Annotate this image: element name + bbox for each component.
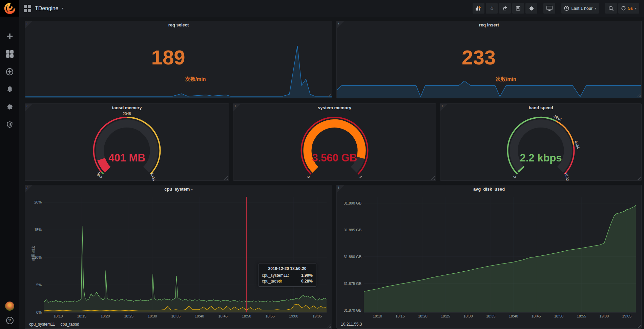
panel-system-memory: i system memory 3.560 GB 04 xyxy=(233,103,436,181)
panel-title[interactable]: cpu_system▾ xyxy=(25,187,332,192)
help-icon[interactable]: ? xyxy=(6,317,14,324)
svg-text:18:10: 18:10 xyxy=(54,314,63,318)
stat-unit: 次数/min xyxy=(496,76,516,82)
panel-title[interactable]: req insert xyxy=(337,22,641,27)
create-plus-icon[interactable] xyxy=(6,32,14,40)
svg-text:18:25: 18:25 xyxy=(124,314,133,318)
gauge: 2.2 kbps 0491665548192 xyxy=(440,113,641,180)
svg-text:18:30: 18:30 xyxy=(463,314,473,318)
graph-tooltip: 2019-12-20 18:50:20 cpu_system11: 1.90% … xyxy=(258,264,316,287)
series-color-dash xyxy=(278,280,282,282)
resize-handle[interactable] xyxy=(328,324,331,328)
svg-text:19:05: 19:05 xyxy=(312,314,322,318)
svg-text:18:40: 18:40 xyxy=(509,314,518,318)
dashboard-settings-button[interactable] xyxy=(525,3,537,14)
svg-text:15%: 15% xyxy=(34,228,42,232)
stat-number: 189 xyxy=(151,47,185,68)
alerting-bell-icon[interactable] xyxy=(6,85,14,93)
panel-title[interactable]: avg_disk_used xyxy=(337,187,641,192)
star-icon: ☆ xyxy=(490,5,494,12)
svg-text:18:15: 18:15 xyxy=(395,314,405,318)
refresh-caret-icon: ▾ xyxy=(635,6,637,10)
refresh-icon xyxy=(621,6,626,11)
legend-label: 10.211.55.3 xyxy=(341,322,362,327)
resize-handle[interactable] xyxy=(637,324,641,328)
time-range-picker[interactable]: Last 1 hour ▾ xyxy=(561,3,599,14)
legend-label: cpu_taosd xyxy=(60,322,79,327)
legend-item[interactable]: 10.211.55.3 xyxy=(341,322,362,327)
svg-text:18:55: 18:55 xyxy=(577,314,586,318)
gauge: 3.560 GB 04 xyxy=(233,113,436,180)
svg-text:18:45: 18:45 xyxy=(532,314,541,318)
refresh-interval-label: 5s xyxy=(628,6,633,11)
refresh-picker[interactable]: 5s ▾ xyxy=(618,3,639,14)
save-dashboard-button[interactable] xyxy=(512,3,524,14)
graph-legend: 10.211.55.3 xyxy=(341,322,362,327)
panel-cpu-system: i cpu_system▾ 使用占比 18:1018:1518:2018:251… xyxy=(25,185,332,329)
svg-text:19:05: 19:05 xyxy=(622,314,631,318)
add-panel-button[interactable] xyxy=(473,3,484,14)
star-dashboard-button[interactable]: ☆ xyxy=(486,3,498,14)
resize-handle[interactable] xyxy=(224,176,228,180)
svg-text:31.885 GB: 31.885 GB xyxy=(344,228,361,232)
legend-item[interactable]: cpu_system11 xyxy=(29,322,55,327)
legend-item[interactable]: cpu_taosd xyxy=(60,322,79,327)
resize-handle[interactable] xyxy=(328,94,331,97)
svg-text:19:00: 19:00 xyxy=(600,314,609,318)
panel-title[interactable]: req select xyxy=(25,22,332,27)
panel-avg-disk-used: i avg_disk_used 18:1018:1518:2018:2518:3… xyxy=(336,185,642,329)
dashboard-caret-icon[interactable]: ▾ xyxy=(62,6,63,10)
explore-compass-icon[interactable] xyxy=(6,67,14,76)
gauge-value: 2.2 kbps xyxy=(440,152,641,164)
svg-text:18:40: 18:40 xyxy=(195,314,204,318)
zoom-out-icon xyxy=(608,6,614,11)
singlestat-value: 233 次数/min xyxy=(337,31,641,84)
panel-title[interactable]: band speed xyxy=(440,105,641,110)
add-panel-icon xyxy=(475,6,482,11)
resize-handle[interactable] xyxy=(431,176,435,180)
panel-req-insert: i req insert 233 次数/min xyxy=(336,21,642,98)
graph-legend: cpu_system11cpu_taosd xyxy=(29,322,79,327)
panel-title[interactable]: taosd memery xyxy=(25,105,229,110)
legend-label: cpu_system11 xyxy=(29,322,55,327)
dashboard-grid-icon[interactable] xyxy=(23,4,32,13)
time-series-chart[interactable]: 18:1018:1518:2018:2518:3018:3518:4018:45… xyxy=(28,194,330,320)
y-axis-label: 使用占比 xyxy=(31,246,36,261)
svg-text:0%: 0% xyxy=(36,310,42,314)
time-range-caret-icon: ▾ xyxy=(595,6,596,10)
zoom-out-button[interactable] xyxy=(605,3,617,14)
admin-shield-icon[interactable] xyxy=(6,120,14,129)
sidebar: ? xyxy=(0,0,19,329)
svg-text:5%: 5% xyxy=(36,283,42,287)
singlestat-value: 189 次数/min xyxy=(25,31,332,84)
svg-text:18:45: 18:45 xyxy=(218,314,228,318)
resize-handle[interactable] xyxy=(637,176,641,180)
dashboard-title[interactable]: TDengine xyxy=(35,5,58,12)
clock-icon xyxy=(564,6,569,11)
grafana-logo[interactable] xyxy=(0,0,19,17)
time-range-label: Last 1 hour xyxy=(571,6,593,11)
cycle-view-mode-button[interactable] xyxy=(543,3,555,14)
svg-text:31.870 GB: 31.870 GB xyxy=(344,308,361,312)
user-avatar[interactable] xyxy=(5,302,14,311)
save-icon xyxy=(516,6,521,11)
svg-text:31.890 GB: 31.890 GB xyxy=(344,201,361,205)
svg-text:18:10: 18:10 xyxy=(373,314,382,318)
gauge-value: 3.560 GB xyxy=(233,152,436,164)
tv-icon xyxy=(546,6,553,11)
panel-title[interactable]: system memory xyxy=(233,105,436,110)
svg-text:18:55: 18:55 xyxy=(265,314,275,318)
gear-icon xyxy=(529,6,534,11)
gauge-scale-label: 8192 xyxy=(565,172,569,181)
stat-number: 233 xyxy=(462,47,496,68)
share-dashboard-button[interactable] xyxy=(499,3,511,14)
time-series-chart[interactable]: 18:1018:1518:2018:2518:3018:3518:4018:45… xyxy=(339,194,639,320)
configuration-gear-icon[interactable] xyxy=(6,103,14,111)
grafana-app: ? TDengine ▾ ☆ xyxy=(0,0,644,329)
svg-text:18:35: 18:35 xyxy=(486,314,496,318)
gauge: 401 MB 08020484096 xyxy=(25,113,229,180)
dashboards-icon[interactable] xyxy=(6,50,14,58)
resize-handle[interactable] xyxy=(637,94,641,97)
svg-text:18:50: 18:50 xyxy=(554,314,564,318)
panel-req-select: i req select 189 次数/min xyxy=(25,21,332,98)
